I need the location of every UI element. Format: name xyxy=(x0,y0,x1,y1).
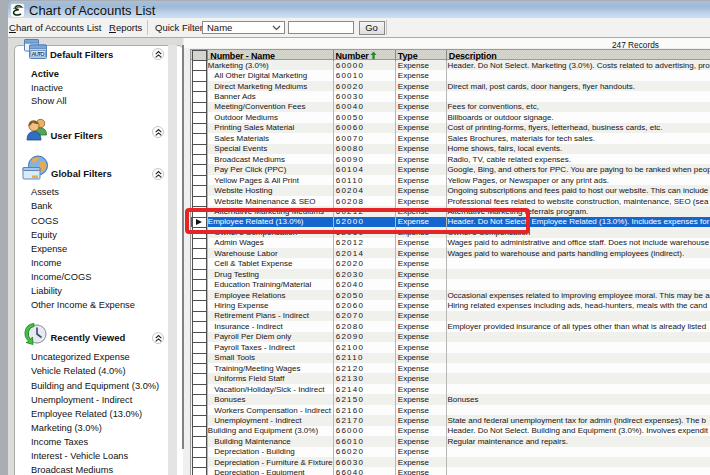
svg-text:AUTO: AUTO xyxy=(32,51,46,57)
